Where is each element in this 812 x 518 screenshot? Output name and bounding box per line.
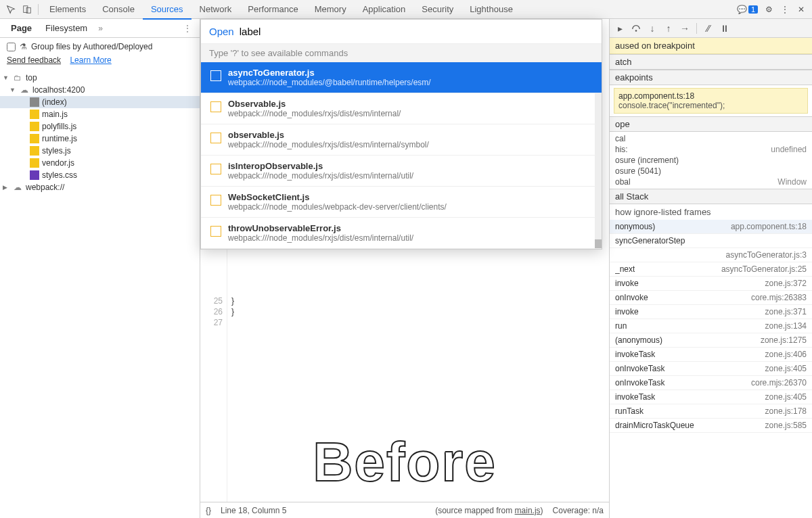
open-result-item[interactable]: Observable.jswebpack:///node_modules/rxj… [201, 93, 602, 124]
code-line[interactable]: } [231, 307, 609, 318]
frame-function: run [615, 321, 627, 331]
open-result-item[interactable]: WebSocketClient.jswebpack:///node_module… [201, 187, 602, 218]
frame-location: zone.js:585 [765, 421, 807, 430]
inspect-icon[interactable] [3, 1, 19, 18]
open-result-item[interactable]: isInteropObservable.jswebpack:///node_mo… [201, 156, 602, 187]
open-result-item[interactable]: asyncToGenerator.jswebpack:///node_modul… [201, 62, 602, 93]
step-over-icon[interactable] [629, 21, 644, 36]
tree-folder-localhost4200[interactable]: ▼localhost:4200 [0, 84, 200, 96]
close-icon[interactable]: ✕ [793, 1, 809, 18]
step-icon[interactable]: → [677, 21, 692, 36]
step-out-icon[interactable]: ↑ [661, 21, 676, 36]
pause-exceptions-icon[interactable]: ⏸ [717, 21, 732, 36]
stack-frame[interactable]: runzone.js:134 [610, 319, 812, 333]
command-search-input[interactable] [240, 26, 593, 37]
top-tab-sources[interactable]: Sources [143, 0, 191, 20]
top-tab-security[interactable]: Security [413, 0, 461, 19]
top-tab-application[interactable]: Application [355, 0, 414, 19]
deactivate-breakpoints-icon[interactable]: ⁄⁄ [701, 21, 716, 36]
tree-file-polyfillsjs[interactable]: polyfills.js [0, 120, 200, 133]
group-checkbox[interactable] [7, 43, 16, 51]
scope-row[interactable]: osure (5041) [615, 166, 807, 176]
scope-value: undefined [771, 145, 807, 154]
stack-frame[interactable]: syncGeneratorStep [610, 234, 812, 248]
file-js-icon [30, 146, 39, 156]
stack-frame[interactable]: onInvokeTaskcore.mjs:26370 [610, 376, 812, 390]
more-icon[interactable]: ⋮ [777, 1, 793, 18]
ignore-listed-toggle[interactable]: how ignore-listed frames [610, 204, 812, 220]
tree-folder-top[interactable]: ▼top [0, 72, 200, 84]
scope-section-header[interactable]: ope [610, 116, 812, 132]
code-line[interactable]: } [231, 296, 609, 307]
stack-frame[interactable]: invokeTaskzone.js:405 [610, 390, 812, 404]
tree-file-index[interactable]: (index) [0, 96, 200, 108]
stack-frame[interactable]: drainMicroTaskQueuezone.js:585 [610, 419, 812, 433]
frame-function: onInvokeTask [615, 364, 664, 373]
frame-function: invoke [615, 307, 639, 316]
frame-function: drainMicroTaskQueue [615, 421, 694, 430]
breakpoint-entry[interactable]: app.component.ts:18 console.trace("incre… [614, 88, 808, 114]
top-tab-performance[interactable]: Performance [240, 0, 306, 19]
resume-icon[interactable]: ▸ [612, 21, 627, 36]
sources-navigator: Page Filesystem » ⋮ ⚗ Group files by Aut… [0, 19, 200, 518]
learn-more-link[interactable]: Learn More [70, 55, 111, 65]
top-tab-console[interactable]: Console [94, 0, 143, 19]
line-number[interactable]: 27 [200, 318, 223, 329]
watch-section-header[interactable]: atch [610, 54, 812, 70]
group-toggle-row[interactable]: ⚗ Group files by Authored/Deployed [0, 38, 200, 55]
tree-file-stylescss[interactable]: styles.css [0, 169, 200, 181]
open-result-item[interactable]: throwUnobservableError.jswebpack:///node… [201, 218, 602, 249]
stack-frame[interactable]: _nextasyncToGenerator.js:25 [610, 262, 812, 277]
top-tab-elements[interactable]: Elements [41, 0, 94, 19]
scope-row[interactable]: his:undefined [615, 144, 807, 155]
feedback-link[interactable]: Send feedback [7, 55, 61, 65]
tree-file-vendorjs[interactable]: vendor.js [0, 157, 200, 169]
frame-function: _next [615, 264, 635, 274]
tree-file-mainjs[interactable]: main.js [0, 108, 200, 120]
top-tab-network[interactable]: Network [191, 0, 240, 19]
issues-button[interactable]: 💬1 [734, 1, 761, 18]
nav-more-icon[interactable]: ⋮ [179, 24, 196, 33]
line-number[interactable]: 25 [200, 296, 223, 307]
scope-row[interactable]: obalWindow [615, 176, 807, 187]
settings-icon[interactable]: ⚙ [761, 1, 777, 18]
step-into-icon[interactable]: ↓ [645, 21, 660, 36]
frame-location: zone.js:372 [765, 279, 807, 288]
group-label: Group files by Authored/Deployed [31, 42, 152, 51]
code-line[interactable] [231, 318, 609, 329]
stack-frame[interactable]: runTaskzone.js:178 [610, 404, 812, 419]
pretty-print-icon[interactable]: {} [206, 506, 211, 515]
tree-file-runtimejs[interactable]: runtime.js [0, 133, 200, 145]
svg-point-2 [635, 30, 637, 32]
result-path: webpack:///node_modules/webpack-dev-serv… [228, 202, 593, 212]
stack-frame[interactable]: onInvokecore.mjs:26383 [610, 291, 812, 305]
top-tab-lighthouse[interactable]: Lighthouse [461, 0, 521, 19]
result-path: webpack:///node_modules/rxjs/dist/esm/in… [228, 109, 593, 118]
device-toggle-icon[interactable] [19, 1, 35, 18]
tree-folder-webpack[interactable]: ▶webpack:// [0, 181, 200, 193]
callstack-section-header[interactable]: all Stack [610, 189, 812, 204]
tree-file-stylesjs[interactable]: styles.js [0, 145, 200, 157]
top-tab-memory[interactable]: Memory [307, 0, 355, 19]
nav-tab-overflow-icon[interactable]: » [94, 24, 107, 33]
line-number[interactable]: 26 [200, 307, 223, 318]
scope-row[interactable]: cal [615, 133, 807, 144]
frame-function: nonymous) [615, 222, 655, 231]
stack-frame[interactable]: (anonymous)zone.js:1275 [610, 333, 812, 348]
frame-location: core.mjs:26383 [751, 293, 807, 302]
stack-frame[interactable]: invokezone.js:372 [610, 277, 812, 291]
command-hint: Type '?' to see available commands [201, 44, 602, 62]
stack-frame[interactable]: invokeTaskzone.js:406 [610, 348, 812, 362]
stack-frame[interactable]: nonymous)app.component.ts:18 [610, 220, 812, 234]
nav-tab-filesystem[interactable]: Filesystem [39, 20, 94, 36]
nav-tab-page[interactable]: Page [4, 20, 39, 36]
open-result-item[interactable]: observable.jswebpack:///node_modules/rxj… [201, 124, 602, 156]
scope-key: osure (increment) [615, 156, 679, 165]
command-menu-popup: Open Type '?' to see available commands … [200, 19, 602, 250]
scope-row[interactable]: osure (increment) [615, 155, 807, 166]
stack-frame[interactable]: onInvokeTaskzone.js:405 [610, 362, 812, 376]
file-js-icon [30, 122, 39, 131]
stack-frame[interactable]: asyncToGenerator.js:3 [610, 248, 812, 262]
breakpoints-section-header[interactable]: eakpoints [610, 70, 812, 85]
stack-frame[interactable]: invokezone.js:371 [610, 305, 812, 319]
